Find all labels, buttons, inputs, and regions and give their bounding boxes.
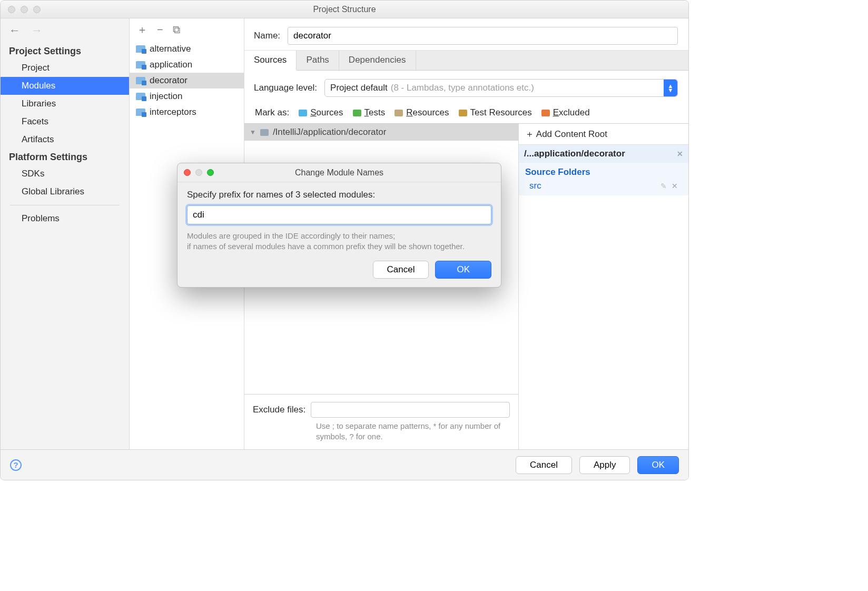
tab-sources[interactable]: Sources [244, 51, 297, 71]
module-label: decorator [150, 75, 188, 86]
exclude-files-hint: Use ; to separate name patterns, * for a… [253, 421, 510, 442]
dialog-hint: Modules are grouped in the IDE according… [187, 231, 491, 252]
add-module-icon[interactable]: ＋ [137, 23, 147, 37]
exclude-files-label: Exclude files: [253, 405, 305, 415]
content-root-entry[interactable]: /...application/decorator ✕ [519, 145, 688, 163]
mark-as-sources[interactable]: Sources [299, 107, 343, 118]
sidebar: ← → Project Settings Project Modules Lib… [1, 18, 130, 449]
remove-module-icon[interactable]: − [157, 24, 163, 36]
module-label: interceptors [150, 107, 196, 117]
remove-icon[interactable]: ✕ [672, 182, 678, 190]
module-name-input[interactable] [288, 27, 678, 45]
mark-as-label: Mark as: [255, 107, 289, 118]
add-content-root-button[interactable]: ＋ Add Content Root [519, 124, 688, 145]
folder-icon [260, 129, 269, 136]
ok-button[interactable]: OK [637, 456, 679, 474]
excluded-folder-icon [541, 110, 550, 116]
sidebar-section-platform-settings: Platform Settings [1, 149, 129, 165]
sidebar-item-project[interactable]: Project [1, 59, 129, 77]
mark-as-test-resources[interactable]: Test Resources [459, 107, 532, 118]
mark-as-resources[interactable]: Resources [394, 107, 449, 118]
language-level-value: Project default [330, 83, 388, 93]
sidebar-item-libraries[interactable]: Libraries [1, 95, 129, 113]
window-title: Project Structure [1, 5, 688, 14]
sidebar-item-artifacts[interactable]: Artifacts [1, 131, 129, 149]
tab-dependencies[interactable]: Dependencies [339, 51, 416, 70]
sidebar-section-project-settings: Project Settings [1, 43, 129, 59]
dialog-title: Change Module Names [177, 168, 501, 178]
nav-back-icon[interactable]: ← [9, 24, 21, 37]
folder-icon [136, 93, 145, 100]
module-item[interactable]: application [130, 57, 244, 73]
help-icon[interactable]: ? [10, 459, 22, 471]
content-roots-panel: ＋ Add Content Root /...application/decor… [519, 124, 688, 449]
module-item[interactable]: alternative [130, 41, 244, 57]
language-level-label: Language level: [254, 83, 317, 93]
sources-folder-icon [299, 110, 307, 116]
content-root-path: /IntelliJ/application/decorator [273, 127, 386, 137]
resources-folder-icon [394, 110, 403, 116]
module-prefix-input[interactable] [187, 205, 491, 224]
exclude-files-input[interactable] [311, 402, 510, 418]
folder-icon [136, 61, 145, 68]
source-folder-item[interactable]: src ✎ ✕ [519, 180, 688, 195]
module-label: application [150, 60, 192, 70]
tab-paths[interactable]: Paths [297, 51, 339, 70]
edit-icon[interactable]: ✎ [660, 182, 667, 190]
sidebar-item-facets[interactable]: Facets [1, 113, 129, 131]
sidebar-item-global-libraries[interactable]: Global Libraries [1, 183, 129, 201]
module-item[interactable]: interceptors [130, 104, 244, 120]
dialog-ok-button[interactable]: OK [435, 261, 491, 279]
chevron-updown-icon: ▲▼ [664, 80, 677, 96]
module-item[interactable]: decorator [130, 73, 244, 88]
dialog-cancel-button[interactable]: Cancel [373, 261, 429, 279]
remove-root-icon[interactable]: ✕ [677, 150, 683, 158]
dialog-prompt: Specify prefix for names of 3 selected m… [187, 190, 491, 200]
content-root-path-short: /...application/decorator [524, 149, 625, 159]
tests-folder-icon [353, 110, 361, 116]
sidebar-item-problems[interactable]: Problems [1, 210, 129, 228]
language-level-hint: (8 - Lambdas, type annotations etc.) [391, 83, 534, 93]
change-module-names-dialog: Change Module Names Specify prefix for n… [177, 163, 501, 288]
module-label: alternative [150, 44, 191, 54]
folder-icon [136, 109, 145, 116]
module-tabs: Sources Paths Dependencies [244, 50, 688, 71]
folder-icon [136, 77, 145, 84]
sidebar-item-modules[interactable]: Modules [1, 77, 129, 95]
nav-forward-icon[interactable]: → [31, 24, 43, 37]
mark-as-excluded[interactable]: Excluded [541, 107, 590, 118]
apply-button[interactable]: Apply [579, 456, 630, 474]
cancel-button[interactable]: Cancel [516, 456, 572, 474]
test-resources-folder-icon [459, 110, 467, 116]
copy-module-icon[interactable]: ⧉ [173, 24, 180, 36]
source-folder-name: src [529, 181, 541, 191]
module-label: injection [150, 91, 182, 102]
mark-as-tests[interactable]: Tests [353, 107, 386, 118]
content-root-row[interactable]: ▼ /IntelliJ/application/decorator [244, 124, 518, 141]
module-item[interactable]: injection [130, 88, 244, 104]
name-label: Name: [254, 31, 280, 41]
dialog-footer: ? Cancel Apply OK [1, 449, 688, 480]
sidebar-item-sdks[interactable]: SDKs [1, 165, 129, 183]
tree-expand-icon[interactable]: ▼ [250, 129, 256, 136]
language-level-select[interactable]: Project default (8 - Lambdas, type annot… [324, 79, 678, 97]
folder-icon [136, 45, 145, 53]
sidebar-divider [10, 205, 120, 205]
source-folders-header: Source Folders [519, 163, 688, 180]
window-titlebar: Project Structure [1, 1, 688, 18]
